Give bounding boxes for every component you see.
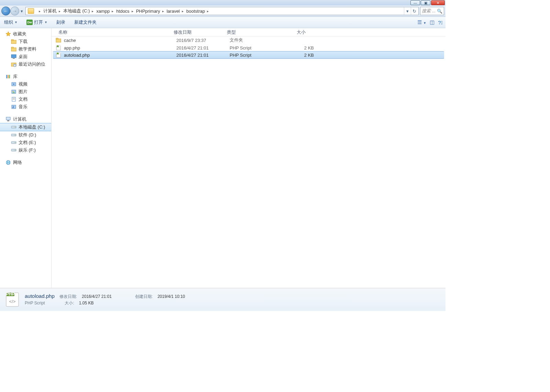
file-size: 2 KB <box>283 53 314 58</box>
file-row[interactable]: PHPautoload.php2016/4/27 21:01PHP Script… <box>53 51 444 59</box>
php-file-icon: PHP <box>56 45 61 51</box>
toolbar: 组织 ▼ Dw打开 ▼ 刻录 新建文件夹 ☰ ▼ ◫ ?⃝ <box>0 17 446 28</box>
address-dropdown[interactable]: ▾ <box>404 7 411 15</box>
sidebar-drive-f[interactable]: 娱乐 (F:) <box>0 146 51 154</box>
svg-point-28 <box>15 127 15 127</box>
details-pane: PHP </> autoload.php 修改日期: 2016/4/27 21:… <box>0 288 446 311</box>
preview-pane-button[interactable]: ◫ <box>430 19 434 25</box>
video-icon <box>11 81 16 87</box>
file-type: PHP Script <box>230 45 283 51</box>
svg-rect-22 <box>12 105 16 109</box>
svg-text:PHP: PHP <box>56 52 61 55</box>
php-file-icon: PHP <box>56 52 61 58</box>
navigation-bar: ← → ▾ ▸ 计算机▸ 本地磁盘 (C:)▸ xampp▸ htdocs▸ P… <box>0 5 446 17</box>
file-list: 名称 修改日期 类型 大小 cache2016/9/7 23:37文件夹PHPa… <box>52 28 446 288</box>
sidebar-computer[interactable]: 计算机 <box>0 115 51 123</box>
sidebar-drive-e[interactable]: 文档 (E:) <box>0 139 51 146</box>
organize-button[interactable]: 组织 ▼ <box>3 19 19 26</box>
drive-icon <box>11 140 16 145</box>
close-button[interactable]: ✕ <box>431 0 445 5</box>
refresh-button[interactable]: ↻ <box>411 7 418 15</box>
svg-rect-2 <box>11 40 13 41</box>
details-mod-label: 修改日期: <box>59 294 77 300</box>
breadcrumb-2[interactable]: xampp▸ <box>95 9 115 14</box>
svg-rect-39 <box>56 38 58 39</box>
column-headers: 名称 修改日期 类型 大小 <box>52 28 446 36</box>
network-icon <box>6 160 11 165</box>
svg-rect-12 <box>8 75 9 78</box>
breadcrumb-5[interactable]: laravel▸ <box>165 9 185 14</box>
breadcrumb-arrow[interactable]: ▸ <box>35 9 42 13</box>
folder-icon <box>11 46 16 52</box>
file-name: app.php <box>64 45 176 51</box>
libraries-icon <box>6 74 11 79</box>
file-date: 2016/4/27 21:01 <box>176 53 230 58</box>
breadcrumb-3[interactable]: htdocs▸ <box>115 9 134 14</box>
pictures-icon <box>11 89 16 94</box>
svg-point-30 <box>15 135 15 135</box>
search-placeholder: 搜索 ... <box>422 8 436 14</box>
breadcrumb-1[interactable]: 本地磁盘 (C:)▸ <box>62 8 95 14</box>
details-mod-value: 2016/4/27 21:01 <box>82 294 112 299</box>
file-row[interactable]: PHPapp.php2016/4/27 21:01PHP Script2 KB <box>52 44 446 52</box>
sidebar-pictures[interactable]: 图片 <box>0 88 51 96</box>
sidebar-downloads[interactable]: 下载 <box>0 38 51 45</box>
file-row[interactable]: cache2016/9/7 23:37文件夹 <box>52 36 446 44</box>
burn-button[interactable]: 刻录 <box>55 19 67 26</box>
sidebar-network[interactable]: 网络 <box>0 159 51 166</box>
sidebar-documents[interactable]: 文档 <box>0 96 51 103</box>
svg-text:</>: </> <box>9 299 16 304</box>
column-date[interactable]: 修改日期 <box>171 29 224 35</box>
svg-rect-5 <box>11 55 16 58</box>
new-folder-button[interactable]: 新建文件夹 <box>73 19 98 26</box>
address-bar[interactable]: ▸ 计算机▸ 本地磁盘 (C:)▸ xampp▸ htdocs▸ PHPprim… <box>25 7 419 15</box>
drive-icon <box>11 124 16 130</box>
svg-marker-0 <box>6 32 11 36</box>
drive-icon <box>11 132 16 138</box>
search-input[interactable]: 搜索 ... 🔍 <box>420 7 444 15</box>
history-dropdown[interactable]: ▾ <box>19 7 24 15</box>
svg-point-17 <box>13 91 14 92</box>
svg-rect-13 <box>9 75 10 78</box>
music-icon <box>11 104 16 110</box>
file-name: autoload.php <box>64 53 176 58</box>
sidebar-drive-d[interactable]: 软件 (D:) <box>0 131 51 139</box>
file-date: 2016/9/7 23:37 <box>176 38 230 43</box>
breadcrumb-6[interactable]: bootstrap▸ <box>185 9 210 14</box>
folder-icon <box>11 39 16 44</box>
file-type: PHP Script <box>230 53 283 58</box>
forward-button[interactable]: → <box>10 7 19 15</box>
sidebar-drive-c[interactable]: 本地磁盘 (C:) <box>0 123 51 131</box>
open-button[interactable]: Dw打开 ▼ <box>25 19 49 26</box>
sidebar-recent[interactable]: 最近访问的位 <box>0 60 51 68</box>
svg-rect-11 <box>6 75 7 78</box>
desktop-icon <box>11 54 16 59</box>
navigation-sidebar: 收藏夹 下载 教学资料 桌面 最近访问的位 库 视频 图片 文档 音乐 计算机 … <box>0 28 52 288</box>
column-name[interactable]: 名称 <box>56 29 171 35</box>
sidebar-desktop[interactable]: 桌面 <box>0 53 51 60</box>
breadcrumb-0[interactable]: 计算机▸ <box>42 8 62 14</box>
file-type-icon: PHP </> <box>4 291 21 308</box>
maximize-button[interactable]: ▣ <box>421 0 430 5</box>
sidebar-teaching[interactable]: 教学资料 <box>0 45 51 53</box>
dreamweaver-icon: Dw <box>26 20 33 25</box>
file-type: 文件夹 <box>230 37 283 43</box>
view-options-button[interactable]: ☰ ▼ <box>417 19 426 25</box>
recent-icon <box>11 61 16 67</box>
sidebar-music[interactable]: 音乐 <box>0 103 51 111</box>
sidebar-libraries[interactable]: 库 <box>0 73 51 80</box>
drive-icon <box>11 147 16 153</box>
column-type[interactable]: 类型 <box>224 29 277 35</box>
window-titlebar: — ▣ ✕ <box>0 0 446 5</box>
details-created-value: 2019/4/1 10:10 <box>157 294 185 299</box>
sidebar-videos[interactable]: 视频 <box>0 80 51 88</box>
sidebar-favorites[interactable]: 收藏夹 <box>0 30 51 38</box>
minimize-button[interactable]: — <box>410 0 420 5</box>
help-button[interactable]: ?⃝ <box>438 20 443 25</box>
details-size-label: 大小: <box>65 300 74 306</box>
column-size[interactable]: 大小 <box>277 29 308 35</box>
details-created-label: 创建日期: <box>135 294 153 300</box>
breadcrumb-4[interactable]: PHPprimary▸ <box>135 9 165 14</box>
file-name: cache <box>64 38 176 43</box>
back-button[interactable]: ← <box>1 7 10 15</box>
